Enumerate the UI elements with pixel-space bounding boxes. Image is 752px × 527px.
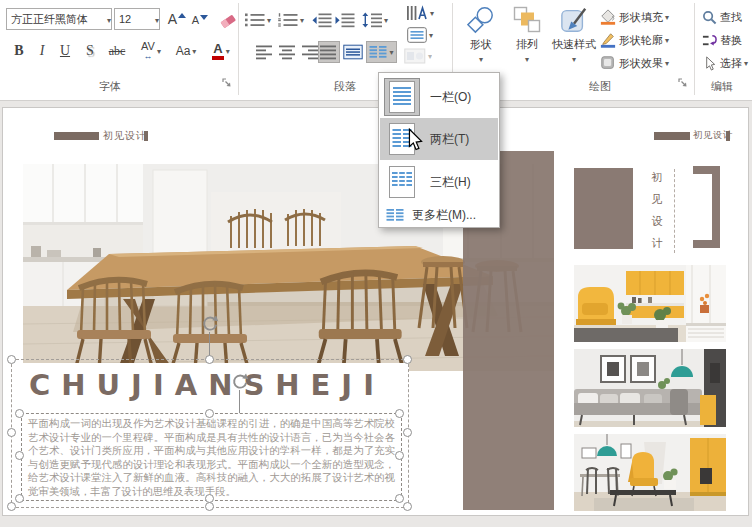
dashed-divider	[674, 169, 675, 253]
yellow-armchair-illustration	[574, 434, 726, 511]
arrange-button[interactable]: 排列	[506, 5, 548, 64]
italic-button[interactable]: I	[31, 39, 53, 63]
bold-button[interactable]: B	[8, 39, 30, 63]
logo-bar-left[interactable]	[54, 132, 99, 140]
chevron-down-icon[interactable]	[155, 13, 159, 25]
selection-handle[interactable]	[403, 502, 412, 511]
logo-bar-right[interactable]	[654, 132, 690, 140]
quick-styles-icon	[560, 5, 588, 35]
change-case-letters: Aa	[176, 44, 191, 58]
body-textbox[interactable]: 平面构成一词的出现及作为艺术设计基础课程的引进，的确是中国高等艺术院校艺术设计专…	[21, 413, 402, 501]
clear-formatting-button[interactable]	[216, 8, 240, 32]
align-text-button[interactable]	[402, 25, 438, 45]
align-left-button[interactable]	[254, 41, 276, 63]
shapes-icon	[467, 5, 495, 35]
find-button[interactable]: 查找	[702, 7, 742, 27]
columns-button[interactable]	[366, 41, 397, 63]
columns-dropdown-menu: 一栏(O) 两栏(T) 三栏(H) 更多栏(M)...	[378, 72, 500, 228]
menu-item-label: 更多栏(M)...	[412, 204, 476, 226]
convert-smartart-button	[398, 46, 438, 66]
three-columns-icon	[384, 163, 420, 201]
shape-effects-button[interactable]: 形状效果	[600, 53, 669, 73]
decrease-indent-button[interactable]	[311, 9, 333, 31]
select-label: 选择	[720, 56, 742, 71]
brand-char: 见	[649, 192, 665, 207]
align-center-button[interactable]	[277, 41, 299, 63]
rotate-handle[interactable]	[200, 313, 219, 336]
selection-handle[interactable]	[7, 428, 16, 437]
slide-canvas[interactable]: 初见设计 初见设计	[2, 107, 749, 516]
underline-button[interactable]: U	[54, 39, 76, 63]
text-direction-button[interactable]	[402, 3, 438, 23]
thumbnail-photo-3[interactable]	[574, 434, 726, 511]
selection-handle[interactable]	[7, 355, 16, 364]
mouse-cursor	[408, 128, 423, 155]
quick-styles-button[interactable]: 快速样式	[550, 5, 598, 64]
font-color-button[interactable]: A	[206, 39, 236, 63]
rotate-handle[interactable]	[230, 371, 249, 394]
menu-item-three-columns[interactable]: 三栏(H)	[380, 161, 498, 203]
vertical-brand-text[interactable]: 初 见 设 计	[649, 170, 665, 258]
font-dialog-launcher[interactable]	[220, 76, 234, 90]
justify-button[interactable]	[318, 41, 340, 63]
selection-handle[interactable]	[15, 451, 24, 460]
selection-handle[interactable]	[205, 502, 214, 511]
brown-rectangle[interactable]	[574, 168, 633, 249]
thumbnail-photo-2[interactable]	[574, 349, 726, 427]
shapes-label: 形状	[470, 37, 492, 52]
drawing-dialog-launcher[interactable]	[676, 76, 690, 90]
menu-item-more-columns[interactable]: 更多栏(M)...	[380, 204, 498, 226]
bullets-button[interactable]	[243, 9, 273, 31]
columns-icon	[369, 45, 387, 59]
shape-fill-icon	[600, 8, 616, 26]
line-spacing-button[interactable]	[360, 9, 390, 31]
selection-handle[interactable]	[403, 355, 412, 364]
selection-handle[interactable]	[395, 451, 404, 460]
font-name-combobox[interactable]: 方正正纤黑简体	[6, 8, 112, 30]
decrease-indent-icon	[312, 12, 332, 28]
replace-icon	[702, 33, 717, 48]
shape-effects-icon	[600, 54, 616, 72]
character-spacing-button[interactable]: AV ↔	[134, 39, 168, 63]
logo-text-left[interactable]: 初见设计	[103, 129, 147, 143]
menu-item-one-column[interactable]: 一栏(O)	[380, 76, 498, 118]
align-center-icon	[279, 44, 297, 60]
selection-handle[interactable]	[403, 428, 412, 437]
change-case-button[interactable]: Aa	[171, 39, 201, 63]
character-spacing-icon: AV ↔	[141, 41, 155, 61]
numbering-button[interactable]	[276, 9, 306, 31]
text-shadow-button[interactable]: S	[79, 39, 101, 63]
selection-handle[interactable]	[395, 494, 404, 503]
thumbnail-photo-1[interactable]	[574, 265, 726, 342]
increase-indent-button[interactable]	[334, 9, 356, 31]
select-button[interactable]: 选择	[702, 53, 748, 73]
logo-mark-left	[144, 131, 148, 141]
selection-handle[interactable]	[15, 494, 24, 503]
drawing-group-label: 绘图	[565, 79, 635, 94]
rotate-icon	[200, 313, 219, 332]
shape-outline-button[interactable]: 形状轮廓	[600, 30, 669, 50]
selection-handle[interactable]	[205, 494, 214, 503]
menu-item-two-columns[interactable]: 两栏(T)	[380, 118, 498, 160]
chevron-down-icon[interactable]	[107, 13, 111, 25]
shape-effects-label: 形状效果	[619, 56, 663, 71]
shrink-font-button[interactable]: A	[190, 10, 210, 30]
selection-handle[interactable]	[15, 409, 24, 418]
shapes-button[interactable]: 形状	[460, 5, 502, 64]
numbering-icon	[278, 12, 298, 28]
selection-handle[interactable]	[205, 409, 214, 418]
font-size-combobox[interactable]: 12	[114, 8, 160, 30]
selection-handle[interactable]	[205, 355, 214, 364]
bracket-shape[interactable]	[693, 166, 720, 248]
distribute-text-button[interactable]	[341, 41, 365, 63]
replace-button[interactable]: 替换	[702, 30, 742, 50]
shape-fill-button[interactable]: 形状填充	[600, 7, 669, 27]
selection-handle[interactable]	[7, 502, 16, 511]
distribute-text-icon	[343, 44, 363, 60]
shrink-font-letter: A	[192, 14, 199, 26]
selection-handle[interactable]	[395, 409, 404, 418]
find-label: 查找	[720, 10, 742, 25]
strikethrough-button[interactable]: abc	[103, 39, 131, 63]
yellow-kitchen-illustration	[574, 265, 726, 342]
grow-font-button[interactable]: A	[166, 8, 188, 30]
